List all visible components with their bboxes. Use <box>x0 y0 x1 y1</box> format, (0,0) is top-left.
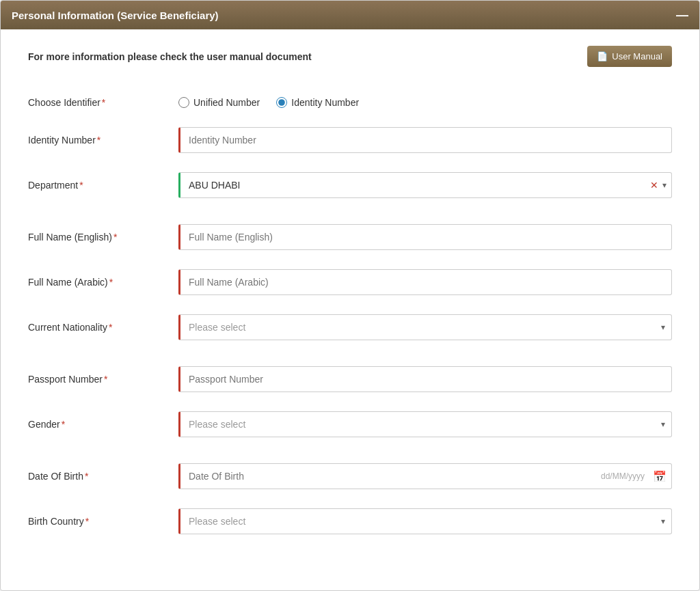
full-name-arabic-input[interactable] <box>178 269 672 295</box>
identity-number-input[interactable] <box>178 127 672 153</box>
department-label: Department* <box>28 180 178 191</box>
radio-group: Unified Number Identity Number <box>178 97 672 108</box>
identity-number-row: Identity Number* <box>28 118 672 163</box>
department-select[interactable]: ABU DHABI <box>178 172 672 198</box>
current-nationality-row: Current Nationality* Please select ▾ <box>28 305 672 350</box>
user-manual-button[interactable]: 📄 User Manual <box>587 46 672 67</box>
choose-identifier-row: Choose Identifier* Unified Number Identi… <box>28 87 672 118</box>
full-name-arabic-row: Full Name (Arabic)* <box>28 260 672 305</box>
full-name-english-wrap <box>178 224 672 250</box>
date-input-wrap: dd/MM/yyyy 📅 <box>178 463 672 489</box>
birth-country-select-wrap: Please select ▾ <box>178 508 672 534</box>
window-title: Personal Information (Service Beneficiar… <box>12 10 219 21</box>
gender-row: Gender* Please select ▾ <box>28 402 672 447</box>
date-of-birth-label: Date Of Birth* <box>28 471 178 482</box>
full-name-english-input[interactable] <box>178 224 672 250</box>
info-text: For more information please check the us… <box>28 51 312 62</box>
unified-number-radio[interactable] <box>178 97 189 108</box>
main-window: Personal Information (Service Beneficiar… <box>0 0 700 591</box>
full-name-english-row: Full Name (English)* <box>28 215 672 260</box>
birth-country-wrap: Please select ▾ <box>178 508 672 534</box>
title-bar: Personal Information (Service Beneficiar… <box>1 1 699 29</box>
minimize-button[interactable]: — <box>676 9 688 21</box>
gender-select-wrap: Please select ▾ <box>178 411 672 437</box>
unified-number-option[interactable]: Unified Number <box>178 97 260 108</box>
identifier-options: Unified Number Identity Number <box>178 97 672 108</box>
identity-number-radio[interactable] <box>276 97 287 108</box>
gender-label: Gender* <box>28 419 178 430</box>
user-manual-label: User Manual <box>612 51 662 61</box>
department-select-wrap: ABU DHABI ✕ ▾ <box>178 172 672 198</box>
department-wrap: ABU DHABI ✕ ▾ <box>178 172 672 198</box>
nationality-wrap: Please select ▾ <box>178 314 672 340</box>
nationality-select[interactable]: Please select <box>178 314 672 340</box>
birth-country-label: Birth Country* <box>28 516 178 527</box>
identity-number-radio-label: Identity Number <box>291 97 359 108</box>
full-name-english-label: Full Name (English)* <box>28 232 178 243</box>
identity-number-label: Identity Number* <box>28 135 178 146</box>
form-content: For more information please check the us… <box>1 29 699 571</box>
date-of-birth-row: Date Of Birth* dd/MM/yyyy 📅 <box>28 454 672 499</box>
identity-number-wrap <box>178 127 672 153</box>
birth-country-row: Birth Country* Please select ▾ <box>28 499 672 544</box>
passport-number-label: Passport Number* <box>28 374 178 385</box>
date-of-birth-input[interactable] <box>178 463 672 489</box>
date-of-birth-wrap: dd/MM/yyyy 📅 <box>178 463 672 489</box>
choose-identifier-label: Choose Identifier* <box>28 97 178 108</box>
gender-wrap: Please select ▾ <box>178 411 672 437</box>
passport-number-input[interactable] <box>178 366 672 392</box>
unified-number-label: Unified Number <box>193 97 260 108</box>
department-row: Department* ABU DHABI ✕ ▾ <box>28 163 672 208</box>
calendar-icon[interactable]: 📅 <box>653 470 667 483</box>
passport-number-row: Passport Number* <box>28 357 672 402</box>
current-nationality-label: Current Nationality* <box>28 322 178 333</box>
full-name-arabic-label: Full Name (Arabic)* <box>28 277 178 288</box>
info-bar: For more information please check the us… <box>28 46 672 67</box>
gender-select[interactable]: Please select <box>178 411 672 437</box>
doc-icon: 📄 <box>597 51 608 61</box>
birth-country-select[interactable]: Please select <box>178 508 672 534</box>
full-name-arabic-wrap <box>178 269 672 295</box>
form-section: Choose Identifier* Unified Number Identi… <box>28 87 672 544</box>
identity-number-option[interactable]: Identity Number <box>276 97 359 108</box>
nationality-select-wrap: Please select ▾ <box>178 314 672 340</box>
passport-number-wrap <box>178 366 672 392</box>
